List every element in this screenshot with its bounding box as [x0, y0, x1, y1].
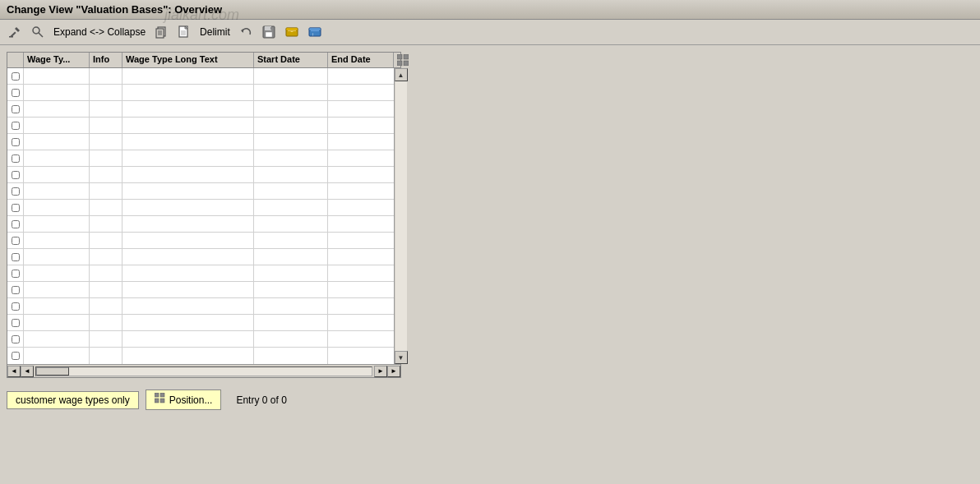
table-row[interactable]	[7, 167, 394, 183]
table-row[interactable]	[7, 85, 394, 101]
undo-button[interactable]	[236, 23, 256, 41]
table-row[interactable]	[7, 348, 394, 364]
row-info-cell	[90, 265, 122, 282]
save2-button[interactable]	[282, 23, 302, 41]
svg-rect-30	[397, 61, 402, 66]
edit-button[interactable]	[5, 23, 25, 41]
row-checkbox[interactable]	[7, 315, 24, 331]
row-start-date-cell	[254, 68, 328, 85]
row-wage-type-cell	[24, 348, 90, 364]
svg-rect-18	[266, 32, 272, 37]
position-button[interactable]: Position...	[146, 390, 222, 410]
save1-icon	[261, 25, 276, 39]
th-settings-icon[interactable]	[394, 53, 412, 67]
table-row[interactable]	[7, 118, 394, 134]
row-wage-type-long-cell	[122, 315, 254, 331]
table-row[interactable]	[7, 315, 394, 331]
table-rows-area	[7, 68, 394, 364]
row-wage-type-cell	[24, 85, 90, 101]
scroll-thumb-right[interactable]: ►	[387, 366, 400, 377]
row-wage-type-long-cell	[122, 68, 254, 85]
row-checkbox[interactable]	[7, 282, 24, 298]
table-row[interactable]	[7, 183, 394, 200]
table-row[interactable]	[7, 298, 394, 315]
table-row[interactable]	[7, 216, 394, 233]
scroll-thumb-left[interactable]: ◄	[21, 366, 34, 377]
row-wage-type-long-cell	[122, 249, 254, 265]
row-checkbox[interactable]	[7, 101, 24, 118]
table-row[interactable]	[7, 68, 394, 85]
svg-rect-19	[270, 27, 272, 30]
table-row[interactable]	[7, 150, 394, 167]
row-wage-type-cell	[24, 118, 90, 134]
scroll-thumb[interactable]	[36, 367, 69, 376]
svg-rect-23	[286, 28, 298, 30]
row-wage-type-cell	[24, 134, 90, 150]
row-end-date-cell	[328, 183, 394, 200]
row-start-date-cell	[254, 85, 328, 101]
row-checkbox[interactable]	[7, 233, 24, 249]
row-checkbox[interactable]	[7, 150, 24, 167]
scroll-left-button[interactable]: ◄	[7, 366, 21, 377]
table-row[interactable]	[7, 265, 394, 282]
new-button[interactable]	[174, 23, 194, 41]
row-end-date-cell	[328, 249, 394, 265]
row-info-cell	[90, 298, 122, 315]
scroll-track-up	[395, 81, 407, 351]
row-checkbox[interactable]	[7, 183, 24, 200]
svg-rect-17	[265, 26, 271, 30]
row-end-date-cell	[328, 348, 394, 364]
svg-rect-35	[160, 399, 164, 403]
save1-button[interactable]	[259, 23, 279, 41]
scroll-up-button[interactable]: ▲	[395, 68, 408, 81]
row-info-cell	[90, 183, 122, 200]
row-checkbox[interactable]	[7, 249, 24, 265]
vertical-scrollbar[interactable]: ▲ ▼	[394, 68, 407, 364]
svg-rect-2	[9, 36, 13, 38]
table-row[interactable]	[7, 200, 394, 216]
row-wage-type-long-cell	[122, 348, 254, 364]
save3-button[interactable]: ↑	[305, 23, 325, 41]
table-row[interactable]	[7, 101, 394, 118]
table-body-container: ▲ ▼	[7, 68, 400, 364]
row-checkbox[interactable]	[7, 167, 24, 183]
table-row[interactable]	[7, 134, 394, 150]
copy-icon	[154, 25, 169, 39]
scroll-down-button[interactable]: ▼	[395, 351, 408, 364]
find-button[interactable]	[28, 23, 48, 41]
table-row[interactable]	[7, 331, 394, 348]
table-row[interactable]	[7, 249, 394, 265]
row-checkbox[interactable]	[7, 331, 24, 348]
row-info-cell	[90, 216, 122, 233]
row-checkbox[interactable]	[7, 265, 24, 282]
row-checkbox[interactable]	[7, 134, 24, 150]
table-row[interactable]	[7, 233, 394, 249]
customer-wage-types-button[interactable]: customer wage types only	[7, 391, 139, 409]
scroll-right-button[interactable]: ►	[374, 366, 387, 377]
row-checkbox[interactable]	[7, 348, 24, 364]
delimit-button[interactable]: Delimit	[197, 25, 233, 39]
position-icon	[155, 393, 166, 407]
row-wage-type-long-cell	[122, 118, 254, 134]
row-wage-type-cell	[24, 183, 90, 200]
row-start-date-cell	[254, 167, 328, 183]
table-row[interactable]	[7, 282, 394, 298]
title-bar: Change View "Valuation Bases": Overview	[0, 0, 980, 20]
row-start-date-cell	[254, 183, 328, 200]
row-checkbox[interactable]	[7, 68, 24, 85]
expand-collapse-button[interactable]: Expand <-> Collapse	[51, 25, 148, 39]
svg-rect-33	[160, 393, 164, 397]
svg-rect-29	[404, 54, 409, 59]
row-end-date-cell	[328, 134, 394, 150]
row-wage-type-cell	[24, 150, 90, 167]
row-end-date-cell	[328, 68, 394, 85]
row-end-date-cell	[328, 101, 394, 118]
row-checkbox[interactable]	[7, 118, 24, 134]
horizontal-scrollbar[interactable]: ◄ ◄ ► ►	[7, 364, 400, 377]
copy-button[interactable]	[151, 23, 171, 41]
row-checkbox[interactable]	[7, 85, 24, 101]
row-checkbox[interactable]	[7, 216, 24, 233]
row-info-cell	[90, 200, 122, 216]
row-checkbox[interactable]	[7, 298, 24, 315]
row-checkbox[interactable]	[7, 200, 24, 216]
